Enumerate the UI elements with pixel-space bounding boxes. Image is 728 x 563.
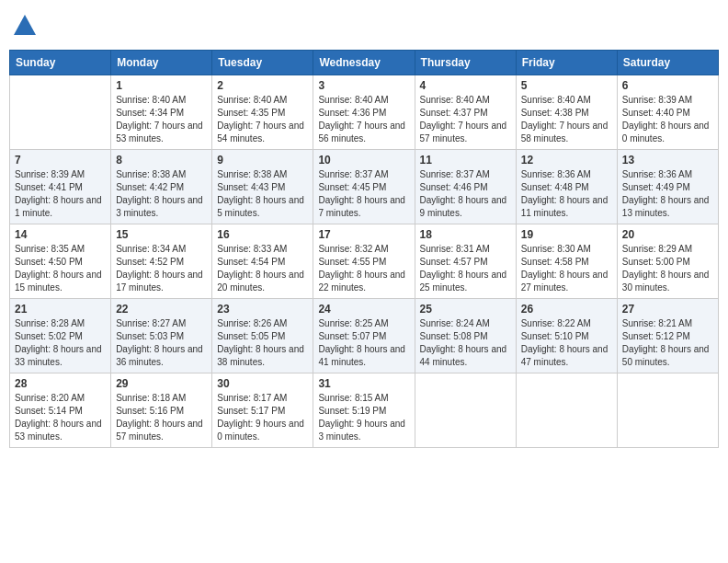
calendar-day-cell: 25Sunrise: 8:24 AMSunset: 5:08 PMDayligh… — [415, 299, 516, 373]
day-detail: Sunrise: 8:34 AMSunset: 4:52 PMDaylight:… — [116, 243, 207, 294]
calendar-day-cell: 16Sunrise: 8:33 AMSunset: 4:54 PMDayligh… — [212, 224, 313, 299]
day-detail: Sunrise: 8:40 AMSunset: 4:37 PMDaylight:… — [420, 94, 511, 145]
day-detail: Sunrise: 8:37 AMSunset: 4:45 PMDaylight:… — [318, 168, 409, 220]
calendar-day-cell: 2Sunrise: 8:40 AMSunset: 4:35 PMDaylight… — [212, 75, 313, 150]
day-detail: Sunrise: 8:33 AMSunset: 4:54 PMDaylight:… — [217, 243, 308, 294]
day-detail: Sunrise: 8:21 AMSunset: 5:12 PMDaylight:… — [622, 317, 713, 369]
day-detail: Sunrise: 8:24 AMSunset: 5:08 PMDaylight:… — [420, 317, 511, 369]
calendar-day-cell: 30Sunrise: 8:17 AMSunset: 5:17 PMDayligh… — [212, 373, 313, 448]
calendar-day-cell: 23Sunrise: 8:26 AMSunset: 5:05 PMDayligh… — [212, 299, 313, 373]
day-detail: Sunrise: 8:32 AMSunset: 4:55 PMDaylight:… — [318, 243, 409, 294]
weekday-header: Friday — [516, 51, 617, 75]
day-number: 8 — [116, 154, 207, 167]
day-detail: Sunrise: 8:27 AMSunset: 5:03 PMDaylight:… — [116, 317, 207, 369]
day-number: 21 — [15, 303, 106, 316]
day-detail: Sunrise: 8:39 AMSunset: 4:41 PMDaylight:… — [15, 168, 106, 220]
day-detail: Sunrise: 8:18 AMSunset: 5:16 PMDaylight:… — [116, 392, 207, 443]
day-detail: Sunrise: 8:17 AMSunset: 5:17 PMDaylight:… — [217, 392, 308, 443]
calendar-day-cell: 13Sunrise: 8:36 AMSunset: 4:49 PMDayligh… — [617, 150, 718, 224]
day-detail: Sunrise: 8:20 AMSunset: 5:14 PMDaylight:… — [15, 392, 106, 443]
calendar-week-row: 21Sunrise: 8:28 AMSunset: 5:02 PMDayligh… — [10, 299, 719, 373]
weekday-header: Wednesday — [313, 51, 415, 75]
calendar-day-cell: 15Sunrise: 8:34 AMSunset: 4:52 PMDayligh… — [111, 224, 212, 299]
day-number: 27 — [622, 303, 713, 316]
calendar-day-cell: 9Sunrise: 8:38 AMSunset: 4:43 PMDaylight… — [212, 150, 313, 224]
calendar-day-cell: 8Sunrise: 8:38 AMSunset: 4:42 PMDaylight… — [111, 150, 212, 224]
day-detail: Sunrise: 8:40 AMSunset: 4:36 PMDaylight:… — [318, 94, 409, 145]
day-number: 29 — [116, 377, 207, 390]
day-number: 25 — [420, 303, 511, 316]
day-detail: Sunrise: 8:40 AMSunset: 4:34 PMDaylight:… — [116, 94, 207, 145]
day-number: 1 — [116, 79, 207, 92]
day-number: 13 — [622, 154, 713, 167]
day-number: 18 — [420, 228, 511, 241]
calendar-day-cell: 22Sunrise: 8:27 AMSunset: 5:03 PMDayligh… — [111, 299, 212, 373]
day-number: 7 — [15, 154, 106, 167]
calendar-day-cell — [617, 373, 718, 448]
calendar-day-cell: 5Sunrise: 8:40 AMSunset: 4:38 PMDaylight… — [516, 75, 617, 150]
day-number: 22 — [116, 303, 207, 316]
calendar-day-cell: 21Sunrise: 8:28 AMSunset: 5:02 PMDayligh… — [10, 299, 111, 373]
calendar-day-cell: 17Sunrise: 8:32 AMSunset: 4:55 PMDayligh… — [313, 224, 415, 299]
calendar-day-cell — [516, 373, 617, 448]
day-number: 12 — [521, 154, 612, 167]
day-detail: Sunrise: 8:36 AMSunset: 4:49 PMDaylight:… — [622, 168, 713, 220]
calendar-day-cell: 4Sunrise: 8:40 AMSunset: 4:37 PMDaylight… — [415, 75, 516, 150]
day-number: 2 — [217, 79, 308, 92]
calendar-day-cell: 18Sunrise: 8:31 AMSunset: 4:57 PMDayligh… — [415, 224, 516, 299]
day-detail: Sunrise: 8:39 AMSunset: 4:40 PMDaylight:… — [622, 94, 713, 145]
weekday-header: Saturday — [617, 51, 718, 75]
day-number: 24 — [318, 303, 409, 316]
calendar-day-cell: 14Sunrise: 8:35 AMSunset: 4:50 PMDayligh… — [10, 224, 111, 299]
calendar-day-cell: 11Sunrise: 8:37 AMSunset: 4:46 PMDayligh… — [415, 150, 516, 224]
day-detail: Sunrise: 8:37 AMSunset: 4:46 PMDaylight:… — [420, 168, 511, 220]
day-number: 16 — [217, 228, 308, 241]
day-number: 31 — [318, 377, 409, 390]
calendar-day-cell: 6Sunrise: 8:39 AMSunset: 4:40 PMDaylight… — [617, 75, 718, 150]
day-number: 4 — [420, 79, 511, 92]
calendar-week-row: 28Sunrise: 8:20 AMSunset: 5:14 PMDayligh… — [10, 373, 719, 448]
day-detail: Sunrise: 8:36 AMSunset: 4:48 PMDaylight:… — [521, 168, 612, 220]
day-detail: Sunrise: 8:28 AMSunset: 5:02 PMDaylight:… — [15, 317, 106, 369]
day-number: 17 — [318, 228, 409, 241]
day-detail: Sunrise: 8:22 AMSunset: 5:10 PMDaylight:… — [521, 317, 612, 369]
weekday-header: Thursday — [415, 51, 516, 75]
calendar-week-row: 1Sunrise: 8:40 AMSunset: 4:34 PMDaylight… — [10, 75, 719, 150]
calendar-day-cell: 7Sunrise: 8:39 AMSunset: 4:41 PMDaylight… — [10, 150, 111, 224]
day-number: 20 — [622, 228, 713, 241]
logo-icon — [12, 13, 38, 39]
calendar-day-cell: 26Sunrise: 8:22 AMSunset: 5:10 PMDayligh… — [516, 299, 617, 373]
day-number: 10 — [318, 154, 409, 167]
day-number: 28 — [15, 377, 106, 390]
day-number: 23 — [217, 303, 308, 316]
calendar-day-cell: 20Sunrise: 8:29 AMSunset: 5:00 PMDayligh… — [617, 224, 718, 299]
weekday-header: Tuesday — [212, 51, 313, 75]
day-number: 15 — [116, 228, 207, 241]
day-number: 5 — [521, 79, 612, 92]
calendar-day-cell: 31Sunrise: 8:15 AMSunset: 5:19 PMDayligh… — [313, 373, 415, 448]
calendar-day-cell: 29Sunrise: 8:18 AMSunset: 5:16 PMDayligh… — [111, 373, 212, 448]
day-detail: Sunrise: 8:38 AMSunset: 4:43 PMDaylight:… — [217, 168, 308, 220]
day-detail: Sunrise: 8:29 AMSunset: 5:00 PMDaylight:… — [622, 243, 713, 294]
day-number: 30 — [217, 377, 308, 390]
weekday-header: Sunday — [10, 51, 111, 75]
calendar-day-cell: 3Sunrise: 8:40 AMSunset: 4:36 PMDaylight… — [313, 75, 415, 150]
day-detail: Sunrise: 8:40 AMSunset: 4:38 PMDaylight:… — [521, 94, 612, 145]
day-number: 26 — [521, 303, 612, 316]
day-number: 9 — [217, 154, 308, 167]
day-number: 14 — [15, 228, 106, 241]
calendar-day-cell — [10, 75, 111, 150]
weekday-header: Monday — [111, 51, 212, 75]
calendar-day-cell: 28Sunrise: 8:20 AMSunset: 5:14 PMDayligh… — [10, 373, 111, 448]
day-detail: Sunrise: 8:31 AMSunset: 4:57 PMDaylight:… — [420, 243, 511, 294]
calendar-week-row: 14Sunrise: 8:35 AMSunset: 4:50 PMDayligh… — [10, 224, 719, 299]
day-number: 3 — [318, 79, 409, 92]
calendar-day-cell — [415, 373, 516, 448]
calendar-day-cell: 1Sunrise: 8:40 AMSunset: 4:34 PMDaylight… — [111, 75, 212, 150]
day-detail: Sunrise: 8:25 AMSunset: 5:07 PMDaylight:… — [318, 317, 409, 369]
day-number: 19 — [521, 228, 612, 241]
day-detail: Sunrise: 8:35 AMSunset: 4:50 PMDaylight:… — [15, 243, 106, 294]
day-detail: Sunrise: 8:38 AMSunset: 4:42 PMDaylight:… — [116, 168, 207, 220]
weekday-header-row: SundayMondayTuesdayWednesdayThursdayFrid… — [10, 51, 719, 75]
day-detail: Sunrise: 8:30 AMSunset: 4:58 PMDaylight:… — [521, 243, 612, 294]
